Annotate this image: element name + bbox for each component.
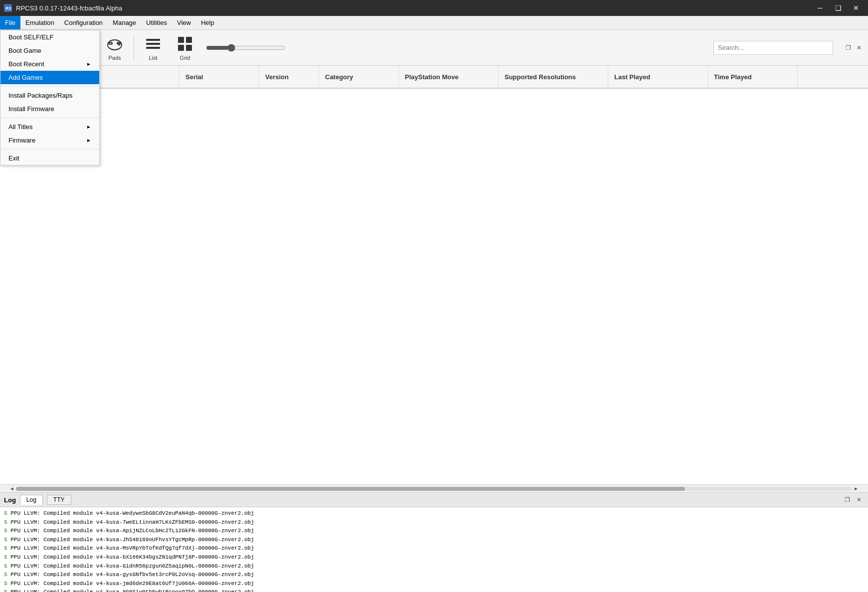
col-header-category[interactable]: Category (319, 66, 399, 88)
menu-bar: File Emulation Configuration Manage Util… (0, 16, 868, 30)
pads-button[interactable]: Pads (100, 32, 130, 64)
col-header-timeplayed[interactable]: Time Played (708, 66, 798, 88)
horizontal-scrollbar[interactable]: ◄ ► (0, 484, 868, 492)
scroll-right-arrow[interactable]: ► (852, 485, 860, 493)
title-bar-title: RPCS3 0.0.17-12443-fcbacf8a Alpha (16, 4, 122, 12)
col-header-res[interactable]: Supported Resolutions (499, 66, 608, 88)
minimize-button[interactable]: ─ (812, 2, 828, 14)
svg-rect-18 (146, 39, 160, 41)
toolbar-wincontrols: ❐ ✕ (843, 43, 864, 53)
menu-file[interactable]: File (0, 16, 20, 29)
title-bar: R3 RPCS3 0.0.17-12443-fcbacf8a Alpha ─ ❑… (0, 0, 868, 16)
col-header-lastplayed[interactable]: Last Played (608, 66, 708, 88)
col-header-version[interactable]: Version (259, 66, 319, 88)
dropdown-install-packages[interactable]: Install Packages/Raps (0, 89, 99, 102)
col-header-psmove[interactable]: PlayStation Move (399, 66, 499, 88)
log-content: S PPU LLVM: Compiled module v4-kusa-Wedy… (0, 507, 868, 592)
title-bar-controls: ─ ❑ ✕ (812, 2, 864, 14)
svg-rect-20 (146, 47, 160, 49)
log-tab-log[interactable]: Log (20, 495, 43, 505)
log-line: S PPU LLVM: Compiled module v4-kusa-8G8S… (4, 588, 864, 592)
menu-utilities[interactable]: Utilities (141, 16, 172, 29)
menu-view[interactable]: View (172, 16, 196, 29)
toolbar-close-button[interactable]: ✕ (854, 43, 864, 53)
log-close-button[interactable]: ✕ (854, 495, 864, 505)
toolbar-separator-1 (134, 36, 134, 60)
log-restore-button[interactable]: ❐ (842, 495, 852, 505)
maximize-button[interactable]: ❑ (830, 2, 846, 14)
log-line: S PPU LLVM: Compiled module v4-kusa-JhS4… (4, 536, 864, 545)
log-header-left: Log Log TTY (4, 495, 71, 505)
log-line: S PPU LLVM: Compiled module v4-kusa-Gidn… (4, 562, 864, 571)
svg-point-12 (117, 43, 119, 44)
col-header-serial[interactable]: Serial (179, 66, 259, 88)
log-line: S PPU LLVM: Compiled module v4-kusa-Ap1j… (4, 527, 864, 536)
all-titles-arrow: ► (86, 124, 91, 130)
toolbar: Stop Restart Config (0, 30, 868, 66)
log-tab-tty[interactable]: TTY (47, 495, 71, 505)
svg-rect-24 (186, 45, 192, 51)
firmware-arrow: ► (86, 138, 91, 143)
log-line: S PPU LLVM: Compiled module v4-kusa-gysG… (4, 571, 864, 580)
dropdown-divider-2 (0, 118, 99, 118)
svg-rect-23 (178, 45, 184, 51)
svg-point-15 (119, 44, 120, 46)
dropdown-boot-game[interactable]: Boot Game (0, 44, 99, 57)
main-area: Title Serial Version Category PlayStatio… (0, 66, 868, 492)
zoom-slider-container (206, 44, 286, 52)
log-controls: ❐ ✕ (842, 495, 864, 505)
svg-rect-22 (186, 37, 192, 43)
toolbar-restore-button[interactable]: ❐ (843, 43, 853, 53)
grid-icon (176, 35, 194, 53)
menu-manage[interactable]: Manage (108, 16, 141, 29)
log-header: Log Log TTY ❐ ✕ (0, 493, 868, 507)
table-body (0, 89, 868, 492)
rpcs3-icon: R3 (4, 4, 12, 12)
dropdown-add-games[interactable]: Add Games (0, 71, 99, 84)
dropdown-divider-3 (0, 149, 99, 149)
scrollbar-thumb[interactable] (16, 487, 685, 491)
log-line: S PPU LLVM: Compiled module v4-kusa-7weE… (4, 518, 864, 527)
list-button[interactable]: List (138, 32, 168, 64)
menu-emulation[interactable]: Emulation (20, 16, 59, 29)
list-icon (144, 35, 162, 53)
boot-recent-arrow: ► (86, 61, 91, 67)
dropdown-firmware[interactable]: Firmware ► (0, 134, 99, 147)
svg-point-13 (119, 41, 120, 43)
log-panel: Log Log TTY ❐ ✕ S PPU LLVM: Compiled mod… (0, 492, 868, 592)
grid-button[interactable]: Grid (170, 32, 200, 64)
dropdown-menu: Boot SELF/ELF Boot Game Boot Recent ► Ad… (0, 30, 100, 165)
scroll-left-arrow[interactable]: ◄ (8, 485, 16, 493)
dropdown-install-firmware[interactable]: Install Firmware (0, 102, 99, 116)
log-line: S PPU LLVM: Compiled module v4-kusa-jmd6… (4, 580, 864, 589)
svg-rect-21 (178, 37, 184, 43)
dropdown-exit[interactable]: Exit (0, 151, 99, 165)
dropdown-all-titles[interactable]: All Titles ► (0, 120, 99, 134)
svg-rect-19 (146, 43, 160, 45)
log-line: S PPU LLVM: Compiled module v4-kusa-bX16… (4, 553, 864, 562)
svg-text:R3: R3 (5, 6, 11, 11)
menu-help[interactable]: Help (196, 16, 219, 29)
search-input[interactable] (713, 41, 833, 55)
scrollbar-track[interactable] (16, 487, 852, 491)
log-line: S PPU LLVM: Compiled module v4-kusa-MsVR… (4, 544, 864, 553)
zoom-slider[interactable] (206, 44, 286, 52)
title-bar-left: R3 RPCS3 0.0.17-12443-fcbacf8a Alpha (4, 4, 122, 12)
dropdown-boot-recent[interactable]: Boot Recent ► (0, 57, 99, 71)
dropdown-divider-1 (0, 86, 99, 87)
table-header: Title Serial Version Category PlayStatio… (0, 66, 868, 89)
svg-point-14 (120, 43, 122, 44)
search-box (713, 41, 833, 55)
menu-configuration[interactable]: Configuration (59, 16, 108, 29)
dropdown-boot-self-elf[interactable]: Boot SELF/ELF (0, 30, 99, 44)
close-button[interactable]: ✕ (848, 2, 864, 14)
log-line: S PPU LLVM: Compiled module v4-kusa-Wedy… (4, 509, 864, 518)
log-title: Log (4, 496, 16, 504)
pads-icon (106, 35, 124, 53)
